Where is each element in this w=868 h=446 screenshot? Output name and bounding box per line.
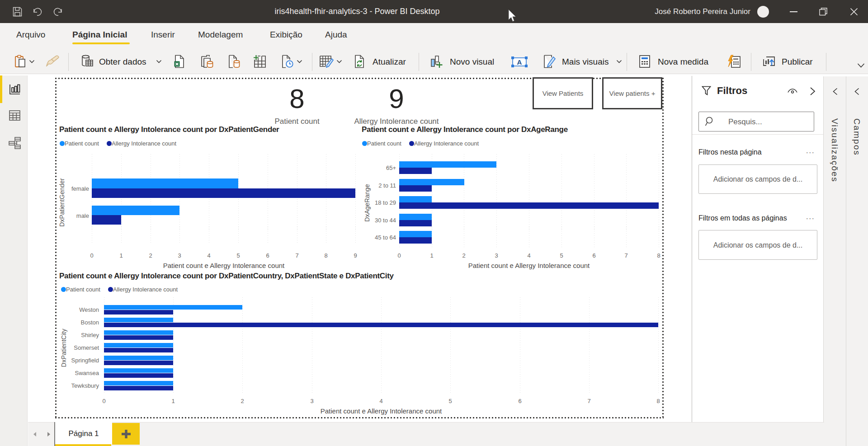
svg-text:A: A	[517, 58, 522, 66]
